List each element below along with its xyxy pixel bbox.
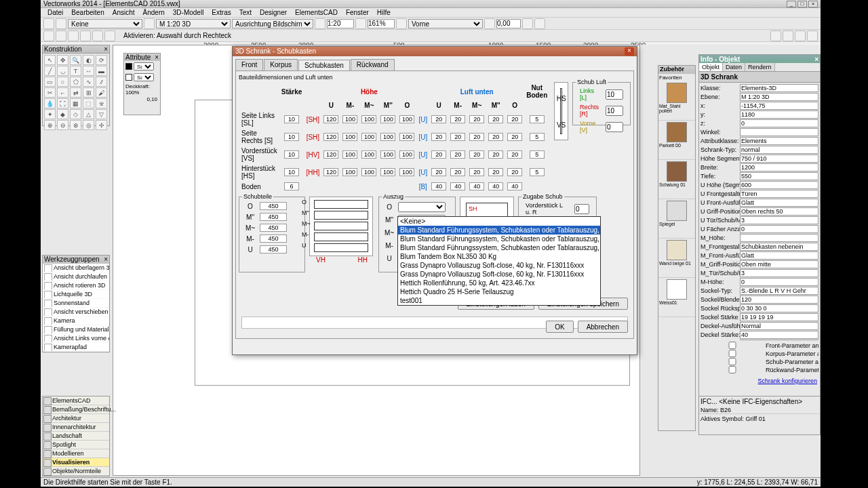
- dropdown-option[interactable]: Grass Dynapro Vollauszug Soft-close, 40 …: [398, 261, 600, 270]
- cog-icon[interactable]: [783, 30, 793, 41]
- tab-schubkasten[interactable]: Schubkasten: [298, 60, 350, 71]
- tool-icon[interactable]: △: [83, 109, 94, 119]
- info-field[interactable]: [740, 93, 818, 101]
- material-thumb[interactable]: Wand beige 01: [658, 239, 695, 278]
- trim-icon[interactable]: ✂: [44, 87, 56, 98]
- info-field[interactable]: [740, 102, 818, 110]
- tool-icon[interactable]: ⊗: [70, 120, 81, 130]
- home-icon[interactable]: [43, 18, 54, 29]
- menu-fenster[interactable]: Fenster: [342, 8, 373, 17]
- projection-select[interactable]: Ausrichtung Bildschirmebene: [232, 19, 313, 28]
- dim-input[interactable]: [530, 150, 545, 159]
- dim-input[interactable]: [399, 115, 414, 123]
- info-field[interactable]: [740, 234, 818, 242]
- menu-designer[interactable]: Designer: [256, 8, 291, 17]
- tool-icon[interactable]: ⊖: [57, 120, 68, 130]
- rect-icon[interactable]: ▭: [44, 77, 56, 87]
- dim-input[interactable]: [469, 168, 484, 176]
- workspace-item[interactable]: Modellieren: [43, 449, 109, 458]
- dim-input[interactable]: [323, 133, 338, 141]
- dim-input[interactable]: [284, 168, 299, 176]
- config-link[interactable]: Schrank konfigurieren: [757, 378, 817, 384]
- toolgroup-item[interactable]: Ansicht verschieben 3D: [43, 308, 109, 317]
- info-field[interactable]: [740, 199, 818, 207]
- select-icon[interactable]: [43, 30, 54, 41]
- tool-icon[interactable]: ◎: [83, 120, 94, 130]
- toolgroup-item[interactable]: Ansicht durchlaufen 3D: [43, 272, 109, 281]
- dim-input[interactable]: [399, 133, 414, 141]
- dim-input[interactable]: [530, 133, 545, 141]
- dropdown-option[interactable]: Blum Standard Führungssystem, Schubkaste…: [398, 243, 600, 252]
- dim-input[interactable]: [450, 168, 465, 176]
- stroke-swatch[interactable]: [125, 74, 132, 81]
- tab-daten[interactable]: Daten: [723, 63, 745, 71]
- dim-input[interactable]: [323, 150, 338, 159]
- rotate-icon[interactable]: ⟳: [96, 55, 107, 65]
- doc-icon[interactable]: [807, 30, 818, 41]
- menu-datei[interactable]: Datei: [43, 8, 67, 17]
- tab-rueckwand[interactable]: Rückwand: [351, 59, 395, 70]
- dropdown-option[interactable]: Hettich Quadro 25 H-Serie Teilauszug: [398, 287, 600, 296]
- info-field[interactable]: [740, 216, 818, 224]
- zugabe-input[interactable]: [574, 204, 589, 214]
- wall-icon[interactable]: ▬: [96, 66, 107, 76]
- layers-icon[interactable]: [56, 18, 66, 29]
- dim-input[interactable]: [450, 150, 465, 159]
- hatch-icon[interactable]: ▦: [70, 98, 81, 108]
- pointer-icon[interactable]: ↖: [44, 55, 56, 65]
- dim-input[interactable]: [450, 115, 465, 123]
- menu-extras[interactable]: Extras: [208, 8, 235, 17]
- arc-icon[interactable]: ◡: [57, 66, 68, 76]
- tool-icon[interactable]: ✦: [44, 109, 56, 119]
- poly-icon[interactable]: ⬠: [70, 77, 81, 87]
- info-checkbox[interactable]: [701, 350, 764, 357]
- toolgroup-item[interactable]: Ansicht rotieren 3D: [43, 281, 109, 290]
- paint-icon[interactable]: 🖌: [96, 87, 107, 98]
- print-icon[interactable]: [770, 30, 781, 41]
- dim-input[interactable]: [431, 168, 446, 176]
- info-field[interactable]: [740, 155, 818, 163]
- workspace-item[interactable]: ElementsCAD: [43, 396, 109, 405]
- info-field[interactable]: [740, 84, 818, 92]
- circle-icon[interactable]: ○: [57, 77, 68, 87]
- menu-bearbeiten[interactable]: Bearbeiten: [67, 8, 108, 17]
- material-thumb[interactable]: Parkett 00: [658, 121, 695, 160]
- dim-input[interactable]: [530, 168, 545, 176]
- dim-input[interactable]: [342, 115, 357, 123]
- schub-input[interactable]: [260, 245, 287, 253]
- tab-korpus[interactable]: Korpus: [264, 59, 298, 70]
- fill-swatch[interactable]: [125, 63, 132, 70]
- rect-select-icon[interactable]: [68, 30, 79, 41]
- schub-input[interactable]: [260, 224, 287, 232]
- toolgroup-item[interactable]: Ansicht Links vorne oben: [43, 334, 109, 343]
- dim-input[interactable]: [469, 182, 484, 190]
- dim-input[interactable]: [323, 168, 338, 176]
- tool-icon[interactable]: ⊕: [44, 120, 56, 130]
- info-field[interactable]: [740, 340, 818, 340]
- zoom-ratio[interactable]: [327, 19, 354, 28]
- workspace-item[interactable]: Spotlight: [43, 441, 109, 449]
- material-thumb[interactable]: Schalung 01: [658, 160, 695, 199]
- stroke-select[interactable]: Solid: [134, 73, 154, 81]
- fillet-icon[interactable]: ⌐: [57, 87, 68, 98]
- toolgroup-item[interactable]: Lichtquelle 3D: [43, 290, 109, 299]
- schub-input[interactable]: [260, 235, 287, 243]
- workspace-item[interactable]: Innenarchitektur: [43, 423, 109, 432]
- info-field[interactable]: [740, 313, 818, 321]
- pan-icon[interactable]: ✥: [57, 55, 68, 65]
- dim-input[interactable]: [507, 115, 522, 123]
- marquee-icon[interactable]: [80, 30, 91, 41]
- palette-close-icon[interactable]: ×: [155, 54, 159, 61]
- palette-close-icon[interactable]: ×: [104, 256, 108, 264]
- info-field[interactable]: [740, 243, 818, 251]
- dim-input[interactable]: [431, 182, 446, 190]
- dim-input[interactable]: [399, 150, 414, 159]
- dim-input[interactable]: [284, 182, 299, 190]
- rotate-icon[interactable]: [484, 18, 495, 29]
- toolgroup-item[interactable]: Kamerapfad: [43, 343, 109, 352]
- palette-close-icon[interactable]: ×: [814, 56, 818, 62]
- tab-front[interactable]: Front: [235, 59, 263, 70]
- zoom-icon[interactable]: 🔍: [70, 55, 81, 65]
- dim-input[interactable]: [380, 133, 395, 141]
- dropdown-option[interactable]: Blum Standard Führungssystem, Schubkaste…: [398, 226, 600, 235]
